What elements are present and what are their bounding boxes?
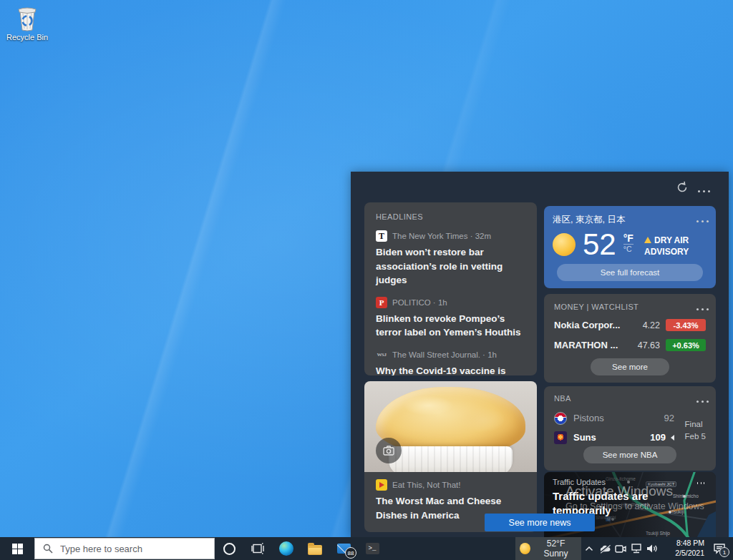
nba-card: NBA Pistons 92 Suns 109 Final Feb 5 [544, 386, 716, 471]
stock-row[interactable]: Nokia Corpor... 4.22 -3.43% [554, 319, 706, 331]
news-interests-taskbar-button[interactable]: 52°F Sunny [515, 537, 581, 560]
chevron-up-icon [585, 546, 593, 551]
file-explorer-icon [308, 545, 322, 555]
meet-now-icon [615, 544, 626, 554]
taskbar-clock[interactable]: 8:48 PM 2/5/2021 [663, 539, 704, 558]
news-item[interactable]: WSJ The Wall Street Journal. · 1h Why th… [376, 349, 525, 375]
sunny-weather-icon [553, 233, 576, 256]
see-full-forecast-button[interactable]: See full forecast [557, 264, 703, 281]
money-card-more-button[interactable] [694, 301, 710, 317]
headlines-card: HEADLINES T The New York Times · 32m Bid… [364, 202, 537, 375]
weather-location: 港区, 東京都, 日本 [553, 214, 707, 226]
stock-row[interactable]: MARATHON ... 47.63 +0.63% [554, 339, 706, 351]
meet-now-tray-button[interactable] [613, 537, 628, 560]
mail-button[interactable]: 88 [329, 537, 358, 560]
news-title[interactable]: Biden won’t restore bar association’s ro… [376, 245, 525, 288]
ellipsis-icon [697, 478, 704, 487]
team-score: 92 [664, 413, 674, 423]
camera-icon [383, 446, 394, 456]
ellipsis-icon [694, 213, 710, 229]
volume-tray-button[interactable] [644, 537, 660, 560]
headlines-section-title: HEADLINES [376, 212, 525, 221]
stock-name: Nokia Corpor... [554, 320, 643, 330]
search-input[interactable] [59, 543, 190, 555]
gallery-badge [376, 438, 402, 463]
task-view-button[interactable] [243, 537, 272, 560]
edge-icon [279, 541, 293, 556]
nba-card-more-button[interactable] [694, 393, 710, 409]
mail-unread-badge: 88 [345, 547, 356, 559]
see-more-money-button[interactable]: See more [591, 358, 669, 375]
recycle-bin-label: Recycle Bin [4, 33, 50, 41]
ellipsis-icon [696, 183, 712, 199]
volume-icon [646, 544, 658, 554]
taskbar-search[interactable] [34, 538, 215, 559]
cortana-button[interactable] [215, 537, 243, 560]
warning-triangle-icon [644, 237, 651, 243]
clock-time: 8:48 PM [663, 539, 704, 549]
team-name: Pistons [573, 413, 658, 423]
cortana-icon [223, 543, 236, 555]
see-more-news-button[interactable]: See more news [485, 514, 595, 531]
etnt-logo-icon [376, 479, 387, 491]
show-hidden-icons-button[interactable] [581, 537, 597, 560]
see-more-nba-button[interactable]: See more NBA [583, 446, 676, 463]
traffic-card-more-button[interactable] [693, 478, 709, 488]
notification-count-badge: 1 [719, 547, 729, 557]
news-title[interactable]: Why the Covid-19 vaccine is more scarce … [376, 364, 525, 375]
winner-arrow-icon [668, 435, 674, 441]
news-item[interactable]: P POLITICO · 1h Blinken to revoke Pompeo… [376, 297, 525, 340]
team-name: Suns [573, 432, 644, 443]
game-status: Final Feb 5 [685, 418, 706, 443]
photo-story-card[interactable]: Eat This, Not That! The Worst Mac and Ch… [364, 381, 537, 532]
ellipsis-icon [694, 393, 710, 409]
money-watchlist-card: MONEY | WATCHLIST Nokia Corpor... 4.22 -… [544, 294, 716, 383]
news-source: Eat This, Not That! [392, 481, 460, 489]
network-tray-button[interactable] [628, 537, 644, 560]
task-view-icon [251, 543, 264, 554]
politico-logo-icon: P [376, 297, 387, 308]
traffic-section-title: Traffic Updates [553, 478, 667, 486]
recycle-bin[interactable]: Recycle Bin [4, 6, 50, 41]
news-item[interactable]: T The New York Times · 32m Biden won’t r… [376, 230, 525, 288]
windows-logo-icon [12, 544, 23, 554]
recycle-bin-icon [15, 6, 39, 31]
start-button[interactable] [0, 537, 34, 560]
news-source: The New York Times · 32m [392, 232, 491, 240]
weather-advisory: DRY AIR ADVISORY [644, 235, 707, 257]
stock-price: 4.22 [643, 320, 660, 330]
unit-fahrenheit[interactable]: °F [623, 233, 634, 244]
taskbar-weather-text: 52°F Sunny [535, 539, 577, 559]
news-source: The Wall Street Journal. · 1h [392, 350, 497, 359]
pistons-logo-icon [554, 412, 567, 425]
stock-change-positive: +0.63% [666, 339, 706, 351]
action-center-button[interactable]: 1 [706, 537, 733, 560]
search-icon [43, 544, 53, 554]
ellipsis-icon [694, 301, 710, 317]
terminal-icon: >_ [366, 543, 379, 554]
game-row[interactable]: Suns 109 [554, 428, 674, 447]
money-section-title: MONEY | WATCHLIST [554, 303, 706, 311]
file-explorer-button[interactable] [301, 537, 329, 560]
refresh-button[interactable] [674, 180, 690, 196]
suns-logo-icon [554, 431, 567, 444]
taskbar: 88 >_ 52°F Sunny [0, 537, 733, 560]
game-row[interactable]: Pistons 92 [554, 408, 674, 428]
terminal-button[interactable]: >_ [358, 537, 387, 560]
news-interests-panel: HEADLINES T The New York Times · 32m Bid… [351, 172, 729, 537]
temperature-value: 52 [583, 230, 616, 260]
wsj-logo-icon: WSJ [376, 349, 387, 360]
refresh-icon [675, 180, 689, 195]
onedrive-tray-button[interactable] [597, 537, 613, 560]
edge-browser-button[interactable] [272, 537, 301, 560]
desktop: Recycle Bin HEADLINES T The New York Tim… [0, 0, 733, 560]
nyt-logo-icon: T [376, 230, 387, 242]
unit-celsius[interactable]: °C [623, 244, 634, 254]
cloud-slash-icon [599, 544, 611, 554]
news-title[interactable]: Blinken to revoke Pompeo’s terror label … [376, 312, 525, 340]
panel-more-button[interactable] [696, 183, 712, 199]
clock-date: 2/5/2021 [663, 549, 704, 559]
weather-card[interactable]: 港区, 東京都, 日本 52 °F °C DRY AIR ADVISORY Se… [544, 206, 716, 288]
team-score: 109 [650, 432, 666, 443]
weather-card-more-button[interactable] [694, 213, 710, 229]
